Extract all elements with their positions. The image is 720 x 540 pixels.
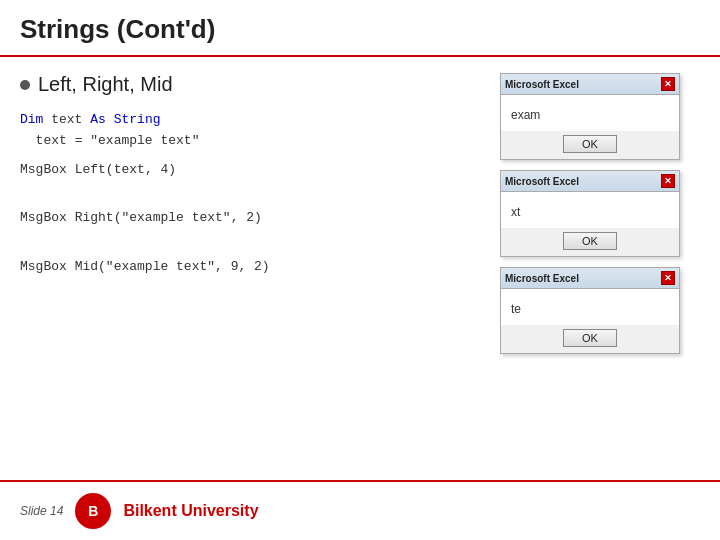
dialog-2-body: xt (501, 192, 679, 228)
code-panel: Left, Right, Mid Dim text As String text… (20, 73, 500, 477)
footer: Slide 14 B Bilkent University (0, 480, 720, 540)
dialog-1-close-button[interactable]: ✕ (661, 77, 675, 91)
code-line-2: text = "example text" (20, 131, 480, 152)
code-line-5: MsgBox Mid("example text", 9, 2) (20, 257, 480, 278)
excel-dialog-3: Microsoft Excel ✕ te OK (500, 267, 680, 354)
dialog-1-body: exam (501, 95, 679, 131)
dialog-2-text: xt (511, 205, 520, 219)
dialog-1-ok-button[interactable]: OK (563, 135, 617, 153)
bullet-label: Left, Right, Mid (38, 73, 173, 96)
dialog-3-title: Microsoft Excel (505, 273, 579, 284)
university-name: Bilkent University (123, 502, 258, 520)
university-logo: B (75, 493, 111, 529)
dialog-2-footer: OK (501, 228, 679, 256)
page-title: Strings (Cont'd) (20, 14, 700, 45)
code-section-2: MsgBox Right("example text", 2) (20, 208, 480, 229)
dialogs-panel: Microsoft Excel ✕ exam OK Microsoft Exce… (500, 73, 700, 477)
dialog-1-titlebar: Microsoft Excel ✕ (501, 74, 679, 95)
excel-dialog-2: Microsoft Excel ✕ xt OK (500, 170, 680, 257)
code-line-3: MsgBox Left(text, 4) (20, 160, 480, 181)
excel-dialog-1: Microsoft Excel ✕ exam OK (500, 73, 680, 160)
bullet-icon (20, 80, 30, 90)
dialog-2-titlebar: Microsoft Excel ✕ (501, 171, 679, 192)
code-line-1: Dim text As String (20, 110, 480, 131)
dialog-1-title: Microsoft Excel (505, 79, 579, 90)
code-section-1: Dim text As String text = "example text"… (20, 110, 480, 180)
code-section-3: MsgBox Mid("example text", 9, 2) (20, 257, 480, 278)
main-content: Left, Right, Mid Dim text As String text… (0, 57, 720, 477)
slide-number: Slide 14 (20, 504, 63, 518)
code-line-4: MsgBox Right("example text", 2) (20, 208, 480, 229)
dialog-3-titlebar: Microsoft Excel ✕ (501, 268, 679, 289)
dialog-3-footer: OK (501, 325, 679, 353)
dialog-2-title: Microsoft Excel (505, 176, 579, 187)
dialog-2-close-button[interactable]: ✕ (661, 174, 675, 188)
dialog-3-text: te (511, 302, 521, 316)
dialog-1-text: exam (511, 108, 540, 122)
dialog-3-close-button[interactable]: ✕ (661, 271, 675, 285)
dialog-3-ok-button[interactable]: OK (563, 329, 617, 347)
dialog-3-body: te (501, 289, 679, 325)
dialog-2-ok-button[interactable]: OK (563, 232, 617, 250)
page-header: Strings (Cont'd) (0, 0, 720, 57)
bullet-title: Left, Right, Mid (20, 73, 480, 96)
dialog-1-footer: OK (501, 131, 679, 159)
